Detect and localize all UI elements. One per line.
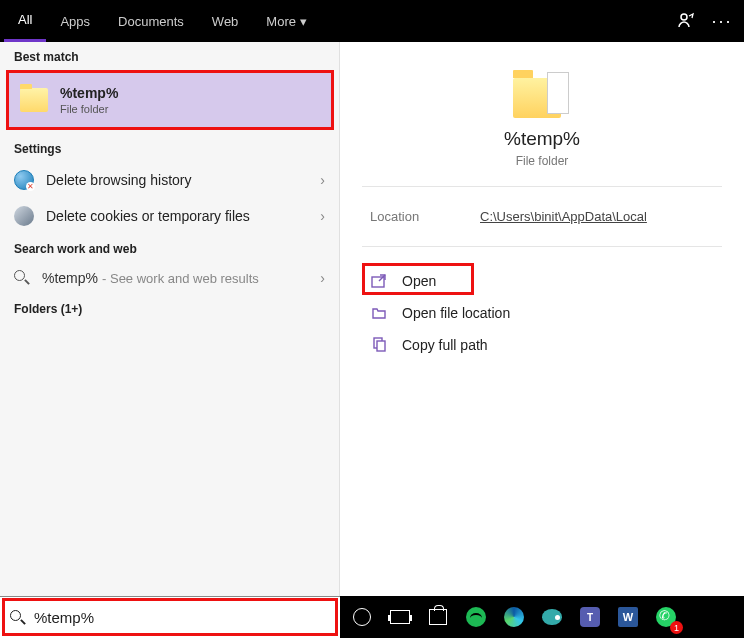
whatsapp-icon[interactable]: 1 <box>649 600 683 634</box>
search-input[interactable] <box>34 609 330 626</box>
best-match-result[interactable]: %temp% File folder <box>6 72 333 128</box>
open-icon <box>370 272 388 290</box>
open-location-icon <box>370 304 388 322</box>
search-filter-bar: All Apps Documents Web More▾ ··· <box>0 0 744 42</box>
svg-point-0 <box>681 14 687 20</box>
location-label: Location <box>370 209 480 224</box>
word-icon[interactable]: W <box>611 600 645 634</box>
section-settings: Settings <box>0 134 339 162</box>
best-match-subtitle: File folder <box>60 103 118 115</box>
preview-panel: %temp% File folder Location C:\Users\bin… <box>340 42 744 596</box>
chevron-right-icon: › <box>320 270 325 286</box>
setting-delete-cookies[interactable]: Delete cookies or temporary files › <box>0 198 339 234</box>
setting-delete-history[interactable]: Delete browsing history › <box>0 162 339 198</box>
location-path[interactable]: C:\Users\binit\AppData\Local <box>480 209 647 224</box>
taskbar: T W 1 <box>0 596 744 638</box>
teams-icon[interactable]: T <box>573 600 607 634</box>
action-copy-path[interactable]: Copy full path <box>340 329 744 361</box>
paint-icon[interactable] <box>535 600 569 634</box>
preview-subtitle: File folder <box>340 154 744 168</box>
tab-documents[interactable]: Documents <box>104 0 198 42</box>
globe-delete-icon <box>14 170 34 190</box>
section-folders[interactable]: Folders (1+) <box>0 294 339 322</box>
edge-icon[interactable] <box>497 600 531 634</box>
web-search-result[interactable]: %temp% - See work and web results › <box>0 262 339 294</box>
section-web: Search work and web <box>0 234 339 262</box>
action-open-location[interactable]: Open file location <box>340 297 744 329</box>
best-match-title: %temp% <box>60 85 118 101</box>
tab-apps[interactable]: Apps <box>46 0 104 42</box>
notification-badge: 1 <box>670 621 683 634</box>
more-options-icon[interactable]: ··· <box>704 0 740 42</box>
chevron-right-icon: › <box>320 172 325 188</box>
preview-title: %temp% <box>340 128 744 150</box>
folder-icon <box>20 88 48 112</box>
search-icon <box>10 610 26 626</box>
cortana-icon[interactable] <box>345 600 379 634</box>
divider <box>362 186 722 187</box>
taskbar-search[interactable] <box>0 596 340 638</box>
copy-path-icon <box>370 336 388 354</box>
microsoft-store-icon[interactable] <box>421 600 455 634</box>
spotify-icon[interactable] <box>459 600 493 634</box>
tab-more[interactable]: More▾ <box>252 0 321 42</box>
section-best-match: Best match <box>0 42 339 70</box>
search-icon <box>14 270 30 286</box>
chevron-down-icon: ▾ <box>300 14 307 29</box>
eraser-icon <box>14 206 34 226</box>
tab-web[interactable]: Web <box>198 0 253 42</box>
results-panel: Best match %temp% File folder Settings D… <box>0 42 340 596</box>
taskview-icon[interactable] <box>383 600 417 634</box>
action-open[interactable]: Open <box>340 265 744 297</box>
folder-icon-large <box>513 72 571 118</box>
tab-all[interactable]: All <box>4 0 46 42</box>
divider <box>362 246 722 247</box>
chevron-right-icon: › <box>320 208 325 224</box>
feedback-user-icon[interactable] <box>668 0 704 42</box>
svg-rect-3 <box>377 341 385 351</box>
